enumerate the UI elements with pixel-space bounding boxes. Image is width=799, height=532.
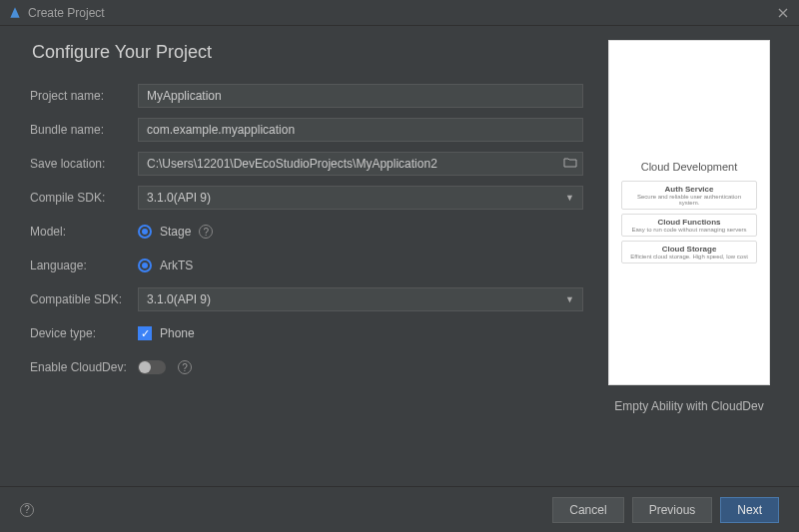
page-title: Configure Your Project [32, 42, 583, 63]
preview-card: Cloud Functions Easy to run code without… [621, 214, 757, 237]
compile-sdk-select[interactable]: 3.1.0(API 9) ▼ [138, 186, 583, 210]
device-phone-text: Phone [160, 326, 195, 340]
save-location-input[interactable] [138, 152, 583, 176]
chevron-down-icon: ▼ [565, 193, 574, 203]
compatible-sdk-label: Compatible SDK: [30, 292, 138, 306]
window-title: Create Project [28, 6, 105, 20]
template-preview: Cloud Development Auth Service Secure an… [608, 40, 770, 385]
chevron-down-icon: ▼ [565, 294, 574, 304]
clouddev-help-icon[interactable]: ? [178, 360, 192, 374]
project-name-label: Project name: [30, 89, 138, 103]
model-stage-radio[interactable] [138, 225, 152, 239]
app-logo-icon [8, 6, 22, 20]
device-phone-checkbox[interactable]: ✓ [138, 326, 152, 340]
model-stage-text: Stage [160, 225, 191, 239]
save-location-label: Save location: [30, 157, 138, 171]
preview-title: Cloud Development [641, 161, 738, 173]
create-project-dialog: Create Project Configure Your Project Pr… [0, 0, 799, 532]
preview-card: Cloud Storage Efficient cloud storage. H… [621, 241, 757, 264]
cancel-button[interactable]: Cancel [552, 497, 623, 523]
next-button[interactable]: Next [720, 497, 779, 523]
preview-card: Auth Service Secure and reliable user au… [621, 181, 757, 210]
preview-caption: Empty Ability with CloudDev [614, 399, 763, 413]
model-label: Model: [30, 225, 138, 239]
project-name-input[interactable] [138, 84, 583, 108]
device-type-label: Device type: [30, 326, 138, 340]
browse-folder-icon[interactable] [563, 156, 577, 171]
bundle-name-input[interactable] [138, 118, 583, 142]
titlebar: Create Project [0, 0, 799, 26]
dialog-footer: ? Cancel Previous Next [0, 486, 799, 532]
enable-clouddev-toggle[interactable] [138, 360, 166, 374]
compatible-sdk-value: 3.1.0(API 9) [147, 292, 211, 306]
compatible-sdk-select[interactable]: 3.1.0(API 9) ▼ [138, 287, 583, 311]
footer-help-icon[interactable]: ? [20, 503, 34, 517]
enable-clouddev-label: Enable CloudDev: [30, 360, 138, 374]
language-label: Language: [30, 259, 138, 272]
language-arkts-radio[interactable] [138, 259, 152, 272]
language-arkts-text: ArkTS [160, 259, 193, 272]
compile-sdk-value: 3.1.0(API 9) [147, 191, 211, 205]
previous-button[interactable]: Previous [632, 497, 713, 523]
close-icon[interactable] [775, 5, 791, 21]
compile-sdk-label: Compile SDK: [30, 191, 138, 205]
model-help-icon[interactable]: ? [199, 225, 213, 239]
bundle-name-label: Bundle name: [30, 123, 138, 137]
